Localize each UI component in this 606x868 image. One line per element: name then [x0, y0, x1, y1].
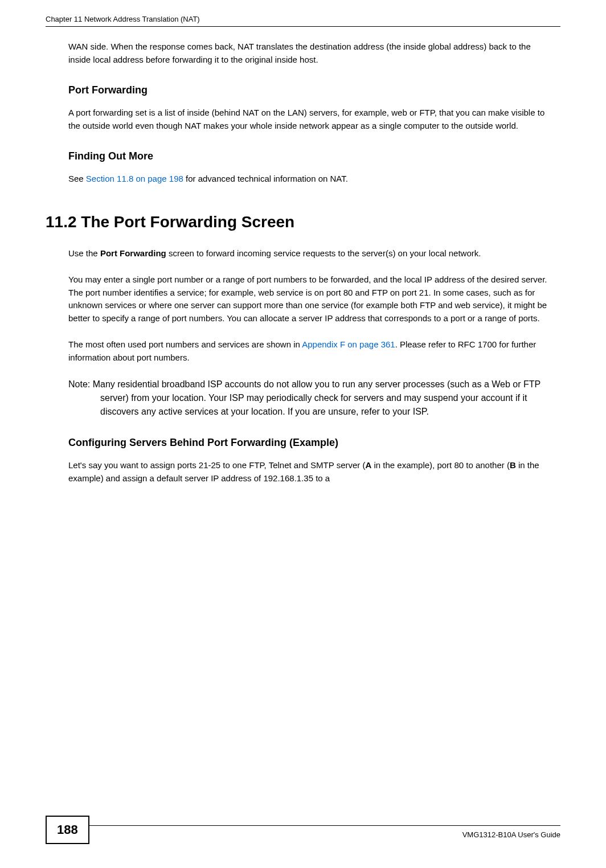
p1-suffix: screen to forward incoming service reque… — [166, 248, 481, 258]
p3-prefix: The most often used port numbers and ser… — [68, 339, 302, 349]
fom-suffix: for advanced technical information on NA… — [183, 174, 348, 183]
guide-name: VMG1312-B10A User's Guide — [462, 830, 560, 839]
finding-out-more-heading: Finding Out More — [68, 150, 560, 162]
configuring-servers-body: Let's say you want to assign ports 21-25… — [68, 459, 555, 485]
fom-prefix: See — [68, 174, 86, 183]
section-link[interactable]: Section 11.8 on page 198 — [86, 174, 183, 183]
p1-bold: Port Forwarding — [100, 248, 166, 258]
cs-bold2: B — [510, 460, 516, 470]
isp-note: Note: Many residential broadband ISP acc… — [68, 378, 555, 419]
note-content: Note: Many residential broadband ISP acc… — [68, 378, 555, 419]
port-forwarding-heading: Port Forwarding — [68, 84, 560, 96]
configuring-servers-heading: Configuring Servers Behind Port Forwardi… — [68, 437, 560, 449]
appendix-link[interactable]: Appendix F on page 361 — [302, 339, 395, 349]
section-11-2-heading: 11.2 The Port Forwarding Screen — [46, 213, 560, 231]
cs-part2: in the example), port 80 to another ( — [371, 460, 510, 470]
page-number: 188 — [46, 816, 89, 844]
p1-prefix: Use the — [68, 248, 100, 258]
section-11-2-p1: Use the Port Forwarding screen to forwar… — [68, 247, 555, 260]
port-forwarding-body: A port forwarding set is a list of insid… — [68, 107, 555, 132]
section-11-2-p2: You may enter a single port number or a … — [68, 273, 555, 325]
page-footer: 188 VMG1312-B10A User's Guide — [0, 825, 606, 854]
section-11-2-p3: The most often used port numbers and ser… — [68, 338, 555, 364]
cs-part1: Let's say you want to assign ports 21-25… — [68, 460, 365, 470]
finding-out-more-body: See Section 11.8 on page 198 for advance… — [68, 173, 555, 186]
intro-paragraph: WAN side. When the response comes back, … — [68, 40, 555, 66]
cs-bold1: A — [365, 460, 371, 470]
page-header: Chapter 11 Network Address Translation (… — [46, 14, 560, 27]
chapter-title: Chapter 11 Network Address Translation (… — [46, 15, 200, 23]
